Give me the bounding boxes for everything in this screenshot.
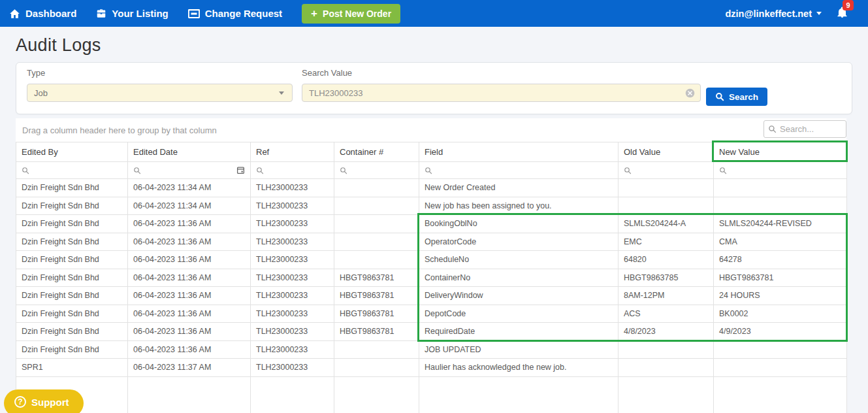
cell-edited-date: 06-04-2023 11:36 AM [128,215,251,233]
cell-edited-by: Dzin Freight Sdn Bhd [16,269,128,287]
cell-field: DeliveryWindow [419,287,619,305]
nav-item-change-request[interactable]: Change Request [188,8,282,19]
cell-edited-by: Dzin Freight Sdn Bhd [16,233,128,251]
cell-edited-by: Dzin Freight Sdn Bhd [16,340,128,359]
cell-ref: TLH23000233 [251,197,334,215]
table-row[interactable]: Dzin Freight Sdn Bhd 06-04-2023 11:36 AM… [16,269,847,287]
table-row[interactable]: Dzin Freight Sdn Bhd 06-04-2023 11:36 AM… [16,233,847,251]
cell-field: New job has been assigned to you. [419,197,619,215]
support-button[interactable]: ? Support [4,389,84,413]
cell-new-value: 64278 [714,251,847,269]
search-button[interactable]: Search [706,88,767,106]
search-icon [768,125,777,133]
column-header-new-value[interactable]: New Value [714,142,847,162]
cell-edited-date: 06-04-2023 11:36 AM [128,269,251,287]
table-row[interactable]: Dzin Freight Sdn Bhd 06-04-2023 11:34 AM… [16,197,847,215]
cell-ref: TLH23000233 [251,251,334,269]
table-row[interactable]: Dzin Freight Sdn Bhd 06-04-2023 11:36 AM… [16,305,847,323]
cell-field: New Order Created [419,179,619,197]
table-row[interactable]: Dzin Freight Sdn Bhd 06-04-2023 11:36 AM… [16,251,847,269]
cell-edited-date: 06-04-2023 11:36 AM [128,287,251,305]
cell-ref: TLH23000233 [251,269,334,287]
table-row[interactable]: SPR1 06-04-2023 11:37 AM TLH23000233 Hau… [16,359,847,377]
group-by-panel[interactable]: Drag a column header here to group by th… [16,118,846,142]
cell-container: HBGT9863781 [334,305,419,323]
search-icon [340,167,347,174]
grid-search-box[interactable] [764,120,846,138]
cell-field: JOB UPDATED [419,340,619,359]
user-menu[interactable]: dzin@linkeffect.net [725,8,822,19]
filter-panel: Type Job Search Value Search [16,62,852,114]
group-panel-hint: Drag a column header here to group by th… [22,125,217,135]
nav-item-your-listing[interactable]: Your Listing [96,8,168,19]
type-select[interactable]: Job [27,84,293,102]
column-header-edited-date[interactable]: Edited Date [128,142,251,162]
filter-cell-container[interactable] [334,162,419,179]
cell-edited-date: 06-04-2023 11:34 AM [128,179,251,197]
top-navbar: Dashboard Your Listing Change Request + … [0,0,868,27]
cell-edited-by: Dzin Freight Sdn Bhd [16,251,128,269]
post-new-order-button[interactable]: + Post New Order [302,4,400,24]
cell-container [334,340,419,359]
cell-ref: TLH23000233 [251,287,334,305]
cell-ref: TLH23000233 [251,340,334,359]
grid-search-input[interactable] [780,124,837,134]
empty-filler-row [16,376,847,413]
table-row[interactable]: Dzin Freight Sdn Bhd 06-04-2023 11:36 AM… [16,340,847,359]
cell-edited-date: 06-04-2023 11:36 AM [128,233,251,251]
notifications-button[interactable]: 9 [836,6,848,22]
column-header-container[interactable]: Container # [334,142,419,162]
cell-new-value [714,197,847,215]
cell-edited-date: 06-04-2023 11:37 AM [128,359,251,377]
search-value-input[interactable] [309,88,681,98]
cell-ref: TLH23000233 [251,305,334,323]
cell-edited-by: Dzin Freight Sdn Bhd [16,323,128,341]
filter-row [16,162,847,179]
nav-item-dashboard[interactable]: Dashboard [9,8,76,19]
page-title: Audit Logs [16,35,852,56]
change-request-icon [188,9,200,18]
filter-cell-old-value[interactable] [619,162,714,179]
cell-new-value: 24 HOURS [714,287,847,305]
cell-field: Haulier has acknowledged the new job. [419,359,619,377]
filter-cell-edited-date[interactable] [128,162,251,179]
search-icon [133,167,141,174]
user-email: dzin@linkeffect.net [725,8,812,19]
table-body: Dzin Freight Sdn Bhd 06-04-2023 11:34 AM… [16,179,847,377]
briefcase-icon [96,8,106,18]
search-icon [256,167,264,174]
home-icon [9,8,20,19]
support-label: Support [31,397,69,408]
table-row[interactable]: Dzin Freight Sdn Bhd 06-04-2023 11:34 AM… [16,179,847,197]
cell-new-value [714,359,847,377]
cell-old-value: SLMLS204244-A [619,215,714,233]
cell-field: OperatorCode [419,233,619,251]
cell-container [334,179,419,197]
table-row[interactable]: Dzin Freight Sdn Bhd 06-04-2023 11:36 AM… [16,287,847,305]
cell-old-value: EMC [619,233,714,251]
column-header-old-value[interactable]: Old Value [619,142,714,162]
column-header-field[interactable]: Field [419,142,619,162]
cell-field: DepotCode [419,305,619,323]
search-icon [425,167,432,174]
calendar-icon[interactable] [236,166,245,174]
cell-edited-by: Dzin Freight Sdn Bhd [16,179,128,197]
column-header-edited-by[interactable]: Edited By [16,142,128,162]
table-row[interactable]: Dzin Freight Sdn Bhd 06-04-2023 11:36 AM… [16,323,847,341]
filter-cell-edited-by[interactable] [16,162,128,179]
cell-container: HBGT9863781 [334,323,419,341]
cell-edited-date: 06-04-2023 11:36 AM [128,340,251,359]
cell-edited-date: 06-04-2023 11:36 AM [128,323,251,341]
search-value-label: Search Value [302,68,701,78]
filter-cell-ref[interactable] [251,162,334,179]
nav-item-label: Dashboard [25,8,76,19]
table-row[interactable]: Dzin Freight Sdn Bhd 06-04-2023 11:36 AM… [16,215,847,233]
filter-cell-new-value[interactable] [714,162,847,179]
filter-cell-field[interactable] [419,162,619,179]
cell-new-value: SLMLS204244-REVISED [714,215,847,233]
clear-input-icon[interactable] [684,88,696,101]
cell-edited-date: 06-04-2023 11:34 AM [128,197,251,215]
column-header-ref[interactable]: Ref [251,142,334,162]
search-icon [719,167,727,174]
cell-container: HBGT9863781 [334,287,419,305]
